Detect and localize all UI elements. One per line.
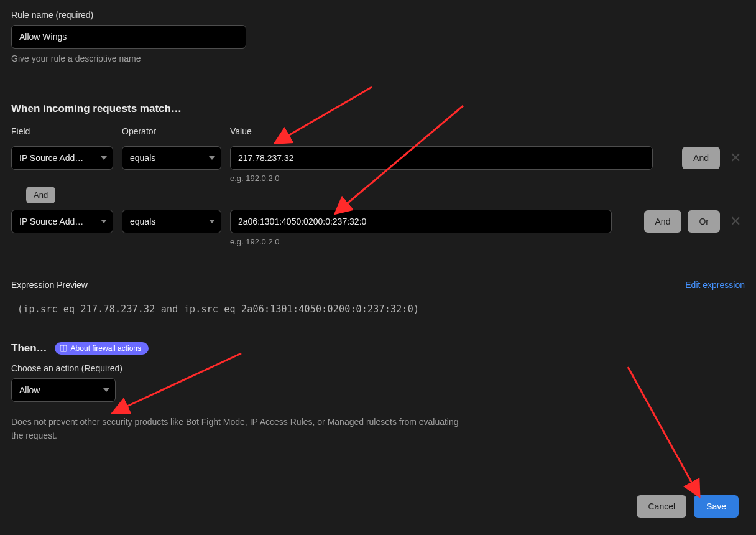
condition-header: Field Operator Value xyxy=(11,126,745,141)
action-helper: Does not prevent other security products… xyxy=(11,415,471,443)
operator-select[interactable]: equals xyxy=(122,146,221,170)
rule-name-group: Rule name (required) Give your rule a de… xyxy=(11,10,745,63)
cancel-button[interactable]: Cancel xyxy=(637,495,686,518)
action-label: Choose an action (Required) xyxy=(11,363,745,373)
value-hint: e.g. 192.0.2.0 xyxy=(230,237,635,246)
rule-name-label: Rule name (required) xyxy=(11,10,745,20)
svg-line-5 xyxy=(628,367,693,485)
connector-badge: And xyxy=(26,187,55,203)
value-input[interactable] xyxy=(230,146,653,170)
annotation-arrows xyxy=(0,0,756,535)
expression-preview-code: (ip.src eq 217.78.237.32 and ip.src eq 2… xyxy=(11,290,745,319)
value-input[interactable] xyxy=(230,210,612,233)
operator-select[interactable]: equals xyxy=(122,210,221,233)
close-icon[interactable]: ✕ xyxy=(726,210,745,233)
field-select[interactable]: IP Source Add… xyxy=(11,210,113,233)
col-value-label: Value xyxy=(230,126,745,136)
match-section: When incoming requests match… Field Oper… xyxy=(11,103,745,246)
col-operator-label: Operator xyxy=(122,126,221,136)
then-heading: Then… xyxy=(11,342,47,355)
condition-row: IP Source Add… equals e.g. 192.0.2.0 And… xyxy=(11,146,745,183)
value-hint: e.g. 192.0.2.0 xyxy=(230,174,673,183)
expression-preview-label: Expression Preview xyxy=(11,280,88,290)
expression-preview-header: Expression Preview Edit expression xyxy=(11,280,745,290)
match-heading: When incoming requests match… xyxy=(11,103,745,115)
edit-expression-link[interactable]: Edit expression xyxy=(685,280,745,290)
pill-label: About firewall actions xyxy=(71,344,141,353)
rule-name-input[interactable] xyxy=(11,25,246,49)
field-select[interactable]: IP Source Add… xyxy=(11,146,113,170)
action-select[interactable]: Allow xyxy=(11,378,116,402)
then-heading-row: Then… About firewall actions xyxy=(11,342,745,355)
or-button[interactable]: Or xyxy=(688,210,720,233)
section-divider xyxy=(11,85,745,85)
svg-line-4 xyxy=(124,353,241,407)
condition-row: IP Source Add… equals e.g. 192.0.2.0 And… xyxy=(11,210,745,246)
and-button[interactable]: And xyxy=(682,147,720,169)
col-field-label: Field xyxy=(11,126,113,136)
close-icon[interactable]: ✕ xyxy=(726,146,745,170)
about-firewall-actions-pill[interactable]: About firewall actions xyxy=(55,342,149,355)
footer-buttons: Cancel Save xyxy=(637,495,739,518)
save-button[interactable]: Save xyxy=(694,495,739,518)
book-icon xyxy=(60,345,67,352)
and-button[interactable]: And xyxy=(644,210,682,233)
rule-name-helper: Give your rule a descriptive name xyxy=(11,54,745,63)
condition-connector: And xyxy=(26,187,745,203)
